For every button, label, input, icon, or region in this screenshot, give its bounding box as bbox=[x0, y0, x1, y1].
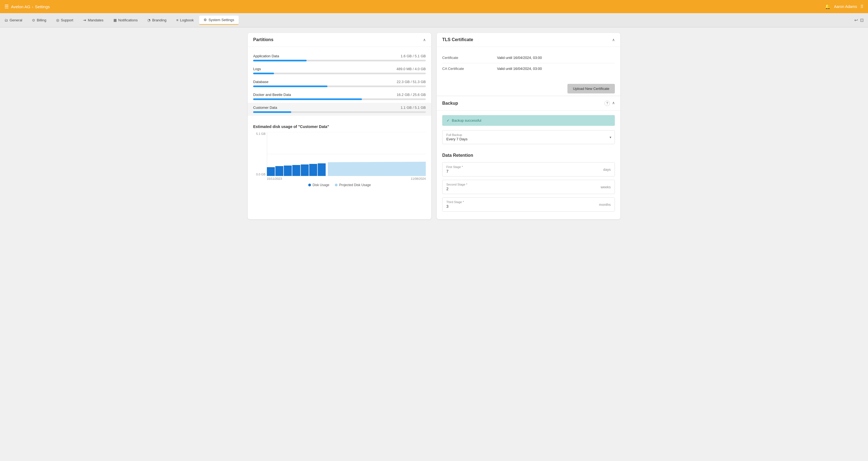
partition-name-customer: Customer Data bbox=[253, 105, 277, 110]
nav-item-notifications[interactable]: ▦ Notifications bbox=[109, 16, 142, 24]
retention-label-third: Third Stage * bbox=[446, 201, 464, 204]
chart-svg bbox=[267, 132, 426, 176]
user-name: Aaron Adams bbox=[834, 4, 857, 9]
partition-customer-data[interactable]: Customer Data 1.1 GB / 5.1 GB bbox=[248, 103, 431, 116]
progress-fill-app bbox=[253, 60, 307, 61]
field-left-third: Third Stage * 3 bbox=[446, 201, 464, 209]
partitions-header: Partitions ∧ bbox=[248, 33, 431, 47]
tls-collapse-icon[interactable]: ∧ bbox=[612, 37, 615, 42]
backup-success-banner: ✓ Backup successful bbox=[442, 115, 615, 126]
retention-value-second: 2 bbox=[446, 187, 467, 191]
dropdown-arrow-icon: ▾ bbox=[610, 135, 611, 139]
retention-unit-first: days bbox=[603, 167, 611, 172]
tls-cert-label: Certificate bbox=[442, 56, 497, 60]
progress-fill-customer bbox=[253, 111, 291, 113]
partition-name-app: Application Data bbox=[253, 54, 279, 58]
partition-size-customer: 1.1 GB / 5.1 GB bbox=[401, 105, 426, 110]
legend-disk-label: Disk Usage bbox=[313, 183, 329, 187]
legend-projected-dot bbox=[335, 184, 338, 186]
notifications-icon: ▦ bbox=[114, 18, 117, 22]
y-label-max: 5.1 GB bbox=[253, 132, 266, 135]
main-content: Partitions ∧ Application Data 1.6 GB / 5… bbox=[242, 27, 626, 225]
chart-legend: Disk Usage Projected Disk Usage bbox=[253, 183, 426, 187]
partition-size-logs: 489.0 MB / 4.0 GB bbox=[397, 67, 426, 71]
tls-ca-label: CA Certificate bbox=[442, 67, 497, 71]
nav-label-billing: Billing bbox=[37, 18, 46, 22]
y-label-min: 0.0 GB bbox=[253, 173, 266, 176]
x-label-end: 11/08/2024 bbox=[411, 177, 426, 180]
retention-label-second: Second Stage * bbox=[446, 183, 467, 186]
chart-container: 5.1 GB 0.0 GB bbox=[253, 132, 426, 180]
backup-title: Backup bbox=[442, 101, 458, 106]
retention-field-first[interactable]: First Stage * 7 days bbox=[442, 162, 615, 177]
nav-item-support[interactable]: ◎ Support bbox=[52, 16, 78, 24]
nav-label-general: General bbox=[9, 18, 22, 22]
backup-collapse-icon[interactable]: ∧ bbox=[612, 100, 615, 106]
partitions-title: Partitions bbox=[253, 37, 274, 42]
grid-icon[interactable]: ⠿ bbox=[860, 4, 864, 9]
hamburger-icon[interactable]: ☰ bbox=[4, 4, 9, 9]
right-column: TLS Certificate ∧ Certificate Valid unti… bbox=[437, 33, 620, 219]
nav-label-mandates: Mandates bbox=[88, 18, 103, 22]
partitions-collapse-icon[interactable]: ∧ bbox=[423, 37, 426, 42]
tls-cert-row: Certificate Valid until 16/04/2024, 03:0… bbox=[442, 52, 615, 63]
nav-item-logbook[interactable]: ≡ Logbook bbox=[172, 16, 198, 24]
partition-docker[interactable]: Docker and Beetle Data 16.2 GB / 25.6 GB bbox=[253, 90, 426, 103]
progress-bg-db bbox=[253, 86, 426, 87]
chart-area bbox=[267, 132, 426, 176]
legend-projected-usage: Projected Disk Usage bbox=[335, 183, 371, 187]
redo-icon[interactable]: ⊡ bbox=[860, 18, 864, 23]
chart-title: Estimated disk usage of "Customer Data" bbox=[253, 124, 426, 129]
retention-unit-second: weeks bbox=[600, 185, 611, 189]
tls-cert-value: Valid until 16/04/2024, 03:00 bbox=[497, 56, 542, 60]
upload-certificate-button[interactable]: Upload New Certificate bbox=[567, 84, 615, 93]
undo-icon[interactable]: ↩ bbox=[854, 18, 858, 23]
partition-logs[interactable]: Logs 489.0 MB / 4.0 GB bbox=[253, 64, 426, 77]
bar-6 bbox=[309, 164, 317, 176]
current-page: Settings bbox=[35, 4, 50, 9]
branding-icon: ◔ bbox=[147, 18, 150, 22]
data-retention-section: Data Retention First Stage * 7 days Seco… bbox=[437, 149, 620, 219]
system-settings-icon: ⚙ bbox=[204, 18, 207, 22]
backup-icons: ? ∧ bbox=[604, 100, 615, 106]
partitions-card: Partitions ∧ Application Data 1.6 GB / 5… bbox=[248, 33, 431, 219]
bar-2 bbox=[275, 166, 283, 176]
company-name[interactable]: Avelon AG bbox=[11, 4, 30, 9]
retention-unit-third: months bbox=[599, 203, 611, 207]
partition-database[interactable]: Database 22.3 GB / 51.3 GB bbox=[253, 77, 426, 90]
top-bar-right: 🔔 Aaron Adams ⠿ bbox=[825, 4, 864, 9]
progress-bg-logs bbox=[253, 73, 426, 74]
partition-application-data[interactable]: Application Data 1.6 GB / 5.1 GB bbox=[253, 51, 426, 64]
bar-4 bbox=[292, 165, 300, 176]
nav-item-billing[interactable]: ⊙ Billing bbox=[28, 16, 51, 24]
retention-value-third: 3 bbox=[446, 204, 464, 209]
nav-label-logbook: Logbook bbox=[180, 18, 194, 22]
progress-fill-docker bbox=[253, 98, 362, 100]
top-bar: ☰ Avelon AG › Settings 🔔 Aaron Adams ⠿ bbox=[0, 0, 868, 13]
backup-header: Backup ? ∧ bbox=[437, 96, 620, 111]
tls-section: TLS Certificate ∧ Certificate Valid unti… bbox=[437, 33, 620, 96]
nav-item-mandates[interactable]: ⇥ Mandates bbox=[79, 16, 108, 24]
bar-3 bbox=[284, 165, 292, 176]
full-backup-dropdown[interactable]: Full Backup Every 7 Days ▾ bbox=[442, 130, 615, 144]
legend-disk-dot bbox=[308, 184, 311, 186]
nav-item-branding[interactable]: ◔ Branding bbox=[143, 16, 171, 24]
nav-item-general[interactable]: 🗂 General bbox=[0, 16, 27, 24]
partition-name-db: Database bbox=[253, 80, 269, 84]
retention-title: Data Retention bbox=[442, 153, 615, 158]
partition-size-db: 22.3 GB / 51.3 GB bbox=[397, 80, 426, 84]
tls-header: TLS Certificate ∧ bbox=[437, 33, 620, 47]
nav-item-system-settings[interactable]: ⚙ System Settings bbox=[199, 16, 239, 25]
retention-label-first: First Stage * bbox=[446, 165, 463, 168]
retention-field-third[interactable]: Third Stage * 3 months bbox=[442, 197, 615, 212]
partition-size-docker: 16.2 GB / 25.6 GB bbox=[397, 93, 426, 97]
top-bar-left: ☰ Avelon AG › Settings bbox=[4, 4, 50, 9]
bell-icon[interactable]: 🔔 bbox=[825, 4, 831, 9]
backup-help-icon[interactable]: ? bbox=[604, 100, 610, 106]
logbook-icon: ≡ bbox=[176, 18, 178, 22]
retention-field-second[interactable]: Second Stage * 2 weeks bbox=[442, 180, 615, 194]
tls-actions: Upload New Certificate bbox=[437, 80, 620, 96]
support-icon: ◎ bbox=[56, 18, 59, 22]
chart-section: Estimated disk usage of "Customer Data" … bbox=[248, 120, 431, 192]
nav-label-support: Support bbox=[61, 18, 73, 22]
